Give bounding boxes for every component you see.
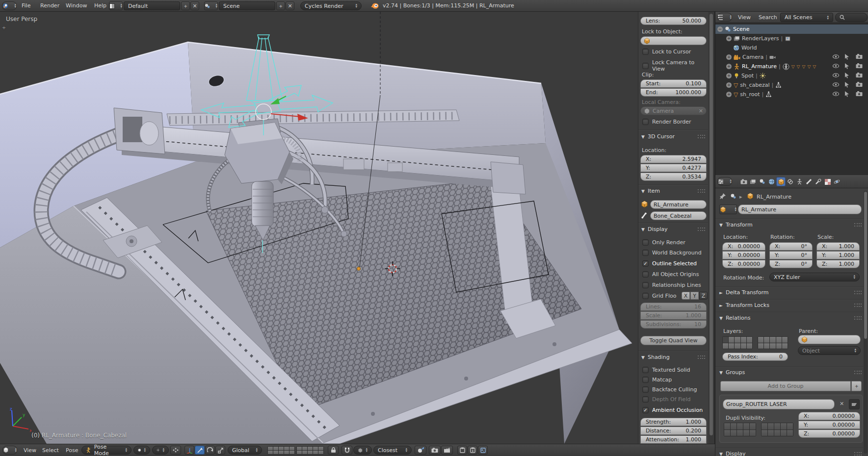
renderability-camera-icon[interactable]: [856, 81, 863, 87]
paste-pose-button[interactable]: [468, 446, 477, 455]
expand-icon[interactable]: +: [726, 54, 732, 60]
layers-widget-block2[interactable]: [296, 446, 324, 455]
render-border-checkbox[interactable]: Render Border: [642, 119, 691, 125]
outliner-row-scene[interactable]: − Scene: [715, 25, 868, 34]
selectability-arrow-icon[interactable]: [844, 53, 850, 60]
opengl-render-sphere-button[interactable]: [415, 446, 426, 455]
panel-grip[interactable]: [854, 316, 862, 320]
panel-grip[interactable]: [698, 228, 705, 231]
tab-armature-data[interactable]: [795, 177, 804, 186]
scene-breadcrumb-icon[interactable]: [730, 193, 736, 200]
scene-name-field[interactable]: Scene: [219, 1, 275, 10]
cursor-x-slider[interactable]: X:2.5947: [640, 155, 707, 163]
scale-y-field[interactable]: Y:1.000: [816, 251, 860, 259]
outliner-row-sh-cabezal[interactable]: + ▽ sh_cabezal |: [715, 80, 868, 90]
lock-object-field[interactable]: [640, 36, 707, 45]
add-layout-button[interactable]: ＋: [181, 1, 190, 10]
relations-layers-block1[interactable]: [722, 336, 753, 349]
renderability-camera-icon[interactable]: [856, 91, 863, 97]
toggle-quad-view-button[interactable]: Toggle Quad View: [640, 336, 707, 345]
visibility-eye-icon[interactable]: [832, 72, 840, 78]
snap-element-dropdown[interactable]: ▴▾: [353, 446, 372, 455]
cursor-z-slider[interactable]: Z:0.3534: [640, 173, 707, 181]
outliner-row-world[interactable]: World: [715, 43, 868, 52]
expand-icon[interactable]: +: [726, 64, 732, 69]
group-offset-x[interactable]: X:0.00000: [798, 412, 860, 420]
all-object-origins-checkbox[interactable]: All Object Origins: [642, 271, 699, 278]
panel-transform-locks[interactable]: ►Transform Locks: [719, 302, 769, 308]
grid-floor-checkbox[interactable]: Grid Floo: [642, 293, 676, 299]
group-offset-z[interactable]: Z:0.00000: [798, 430, 860, 438]
tab-bone[interactable]: [804, 177, 814, 186]
ambient-occlusion-checkbox[interactable]: ✓Ambient Occlusion: [642, 407, 703, 413]
lock-to-scene-toggle[interactable]: [328, 446, 339, 455]
properties-editor-type-button[interactable]: ▴▾: [717, 177, 732, 186]
selectability-arrow-icon[interactable]: [844, 91, 850, 97]
outliner-row-camera[interactable]: + Camera |: [715, 52, 868, 62]
tab-render[interactable]: [739, 177, 748, 186]
3d-viewport[interactable]: User Persp ＋ zyx (0) RL_Armature : Bone_…: [0, 12, 715, 444]
clear-camera-icon[interactable]: ✕: [699, 108, 703, 114]
scale-manipulator-button[interactable]: [215, 446, 225, 455]
expand-icon[interactable]: +: [726, 36, 732, 41]
opengl-render-image-button[interactable]: [429, 446, 441, 455]
outliner-row-rl-armature[interactable]: + RL_Armature | ▽ ▽ ▽ ▽ ▽: [715, 62, 868, 71]
lock-camera-to-view-checkbox[interactable]: Lock Camera to View: [642, 59, 708, 72]
collapse-icon[interactable]: −: [717, 26, 723, 32]
only-render-checkbox[interactable]: Only Render: [642, 239, 685, 246]
visibility-eye-icon[interactable]: [832, 81, 840, 88]
add-scene-button[interactable]: ＋: [276, 1, 285, 10]
panel-transform[interactable]: ▼Transform: [719, 222, 753, 228]
n-panel-scrollbar[interactable]: [709, 12, 714, 444]
mode-dropdown[interactable]: Pose Mode▴▾: [81, 446, 132, 455]
tab-render-layers[interactable]: [748, 177, 758, 186]
textured-solid-checkbox[interactable]: Textured Solid: [642, 367, 690, 373]
panel-grip[interactable]: [854, 304, 862, 307]
3d-scene-canvas[interactable]: [0, 12, 715, 444]
editor-type-button[interactable]: ▴▾: [2, 446, 17, 455]
close-scene-button[interactable]: ✕: [286, 1, 294, 10]
group-camera-toggle[interactable]: [849, 399, 860, 409]
region-expand-plus[interactable]: ＋: [1, 24, 7, 32]
expand-icon[interactable]: +: [726, 73, 732, 78]
tab-texture[interactable]: [823, 177, 832, 186]
item-object-name-field[interactable]: RL_Armature: [650, 200, 707, 209]
ao-distance-slider[interactable]: Distance:0.200: [640, 427, 707, 435]
tab-scene[interactable]: [758, 177, 767, 186]
item-bone-name-field[interactable]: Bone_Cabezal: [650, 211, 707, 220]
relationship-lines-checkbox[interactable]: Relationship Lines: [642, 282, 701, 288]
scale-x-field[interactable]: X:1.000: [816, 242, 860, 251]
rot-y-field[interactable]: Y:0°: [769, 251, 813, 259]
menu-view[interactable]: View: [21, 444, 39, 456]
pass-index-slider[interactable]: Pass Index:0: [722, 353, 788, 361]
outliner-row-renderlayers[interactable]: + RenderLayers |: [715, 34, 868, 43]
scene-type-button[interactable]: ▴▾: [204, 1, 218, 10]
tab-physics[interactable]: [832, 177, 842, 186]
panel-shading[interactable]: ▼Shading: [641, 354, 670, 360]
panel-item[interactable]: ▼Item: [641, 188, 660, 194]
lock-to-cursor-checkbox[interactable]: Lock to Cursor: [642, 49, 691, 55]
world-background-checkbox[interactable]: World Background: [642, 250, 702, 256]
translate-manipulator-button[interactable]: [195, 446, 205, 455]
layout-type-button[interactable]: ▴▾: [109, 1, 123, 10]
snap-target-dropdown[interactable]: Closest▴▾: [373, 446, 412, 455]
pin-icon[interactable]: [719, 193, 726, 200]
dupli-layers-block1[interactable]: [724, 423, 756, 436]
group-offset-y[interactable]: Y:0.00000: [798, 421, 860, 429]
parent-type-dropdown[interactable]: Object▴▾: [798, 346, 861, 355]
outliner-search-field[interactable]: [835, 13, 868, 22]
copy-pose-button[interactable]: [457, 446, 467, 455]
snap-toggle[interactable]: [342, 446, 352, 455]
selectability-arrow-icon[interactable]: [844, 81, 850, 88]
panel-grip[interactable]: [854, 452, 862, 456]
panel-grip[interactable]: [698, 355, 705, 359]
renderability-camera-icon[interactable]: [856, 72, 863, 78]
layers-widget-block1[interactable]: [267, 446, 295, 455]
loc-y-field[interactable]: Y:0.00000: [722, 251, 765, 259]
matcap-checkbox[interactable]: Matcap: [642, 377, 672, 383]
tab-object[interactable]: [776, 177, 786, 186]
menu-render[interactable]: Render: [37, 0, 62, 12]
manipulator-toggle[interactable]: [184, 446, 194, 455]
remove-group-icon[interactable]: ✕: [840, 401, 844, 407]
renderability-camera-icon[interactable]: [856, 53, 863, 59]
